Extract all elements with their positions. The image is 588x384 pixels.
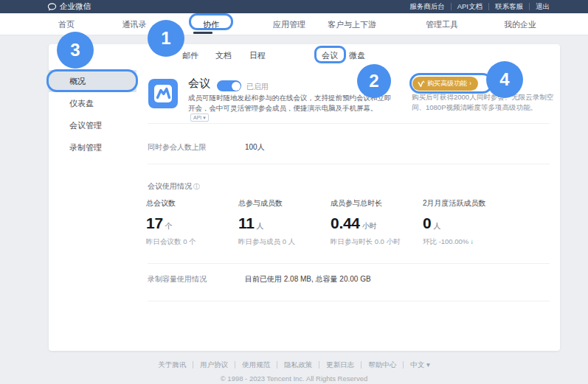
usage-section-title: 会议使用情况ⓘ <box>148 181 200 192</box>
topbar-links: 服务商后台 API文档 联系客服 退出 <box>404 0 556 13</box>
stat-value: 0.44 <box>331 214 360 231</box>
footer: 关于腾讯 用户协议 使用规范 隐私政策 更新日志 帮助中心 中文 ▾ © 199… <box>0 357 588 383</box>
step-circle-1: 1 <box>148 20 184 57</box>
stat-unit: 个 <box>165 222 173 230</box>
sidebar-item-recording-management[interactable]: 录制管理 <box>49 136 136 158</box>
stat-total-meetings: 总会议数 17个 昨日会议数 0 个 <box>146 198 238 247</box>
subtab-schedule[interactable]: 日程 <box>249 44 266 66</box>
sidebar-item-dashboard[interactable]: 仪表盘 <box>49 92 136 114</box>
api-docs-link[interactable]: API文档 <box>452 3 489 10</box>
meeting-status-label: 已启用 <box>246 82 269 92</box>
primary-nav: 首页 通讯录 协作 应用管理 客户与上下游 管理工具 我的企业 <box>0 13 588 35</box>
stat-monthly-active: 2月月度活跃成员数 0人 环比 -100.00%↓ <box>423 198 515 247</box>
meeting-title: 会议 <box>188 77 210 91</box>
divider <box>148 301 550 301</box>
footer-link-help-center[interactable]: 帮助中心 <box>362 361 404 369</box>
api-dropdown-chip[interactable]: API ▾ <box>190 114 209 122</box>
footer-link-usage-rules[interactable]: 使用规范 <box>235 361 277 369</box>
nav-admin-tools[interactable]: 管理工具 <box>426 13 458 35</box>
footer-language-selector[interactable]: 中文 ▾ <box>404 361 436 369</box>
nav-contacts[interactable]: 通讯录 <box>122 13 147 35</box>
stat-value: 17 <box>146 214 163 231</box>
sidebar-item-meeting-management[interactable]: 会议管理 <box>49 114 136 136</box>
divider <box>148 123 550 124</box>
buy-premium-label: 购买高级功能 <box>427 79 467 88</box>
sidebar-item-overview[interactable]: 概况 <box>49 70 136 92</box>
stat-unit: 小时 <box>362 222 376 230</box>
meeting-app-icon <box>148 79 178 108</box>
chevron-right-icon: › <box>469 80 471 87</box>
divider <box>148 164 550 164</box>
step-circle-3: 3 <box>57 32 94 69</box>
capacity-value: 100人 <box>245 142 265 153</box>
contact-support-link[interactable]: 联系客服 <box>489 3 530 10</box>
subtab-docs[interactable]: 文档 <box>215 44 232 66</box>
recording-label: 录制容量使用情况 <box>148 274 207 284</box>
step-circle-4: 4 <box>486 61 523 98</box>
wecom-logo[interactable]: 企业微信 <box>47 0 91 13</box>
footer-link-about[interactable]: 关于腾讯 <box>151 361 193 369</box>
meeting-description: 成员可随时随地发起和参与的在线会议，支持提前预约会议和立即开会，会中可灵活管理参… <box>188 93 396 123</box>
trend-down-icon: ↓ <box>470 237 474 245</box>
nav-customers[interactable]: 客户与上下游 <box>328 13 376 35</box>
stat-unit: 人 <box>433 222 440 230</box>
footer-link-privacy[interactable]: 隐私政策 <box>277 361 319 369</box>
stat-value: 0 <box>423 214 431 231</box>
footer-link-user-agreement[interactable]: 用户协议 <box>193 361 235 369</box>
chat-bubble-icon <box>47 2 57 12</box>
footer-link-changelog[interactable]: 更新日志 <box>319 361 362 369</box>
stat-total-duration: 成员参与总时长 0.44小时 昨日参与时长 0.0 小时 <box>331 198 423 247</box>
toggle-knob <box>232 82 241 91</box>
stat-total-participants: 总参与成员数 11人 昨日参与成员 0 人 <box>238 198 331 247</box>
stat-unit: 人 <box>257 222 264 230</box>
recording-value: 目前已使用 2.08 MB, 总容量 20.00 GB <box>245 274 371 284</box>
provider-console-link[interactable]: 服务商后台 <box>404 3 452 10</box>
subtab-mail[interactable]: 邮件 <box>182 44 198 66</box>
vip-icon <box>418 77 425 91</box>
info-icon[interactable]: ⓘ <box>193 183 200 190</box>
step-circle-2: 2 <box>357 64 391 98</box>
logo-text: 企业微信 <box>60 1 91 12</box>
copyright: © 1998 - 2023 Tencent Inc. All Rights Re… <box>0 374 588 383</box>
logout-link[interactable]: 退出 <box>530 3 556 10</box>
nav-my-company[interactable]: 我的企业 <box>504 13 536 35</box>
subtab-drive[interactable]: 微盘 <box>349 44 365 66</box>
buy-premium-note: 购买后可获得2000人同时参会、无限云录制空间、1080P视频清晰度等多项高级功… <box>412 92 559 112</box>
footer-links: 关于腾讯 用户协议 使用规范 隐私政策 更新日志 帮助中心 中文 ▾ <box>151 361 436 369</box>
capacity-label: 同时参会人数上限 <box>148 142 207 153</box>
stat-value: 11 <box>238 214 255 231</box>
active-tab-indicator <box>193 32 212 34</box>
divider <box>148 263 550 264</box>
nav-app-management[interactable]: 应用管理 <box>273 13 305 35</box>
meeting-enabled-toggle[interactable] <box>217 80 241 91</box>
subtab-meeting[interactable]: 会议 <box>322 44 338 66</box>
topbar: 企业微信 服务商后台 API文档 联系客服 退出 <box>0 0 588 13</box>
buy-premium-button[interactable]: 购买高级功能 › <box>412 77 478 91</box>
wecom-admin-page: 企业微信 服务商后台 API文档 联系客服 退出 首页 通讯录 协作 应用管理 … <box>0 0 588 384</box>
